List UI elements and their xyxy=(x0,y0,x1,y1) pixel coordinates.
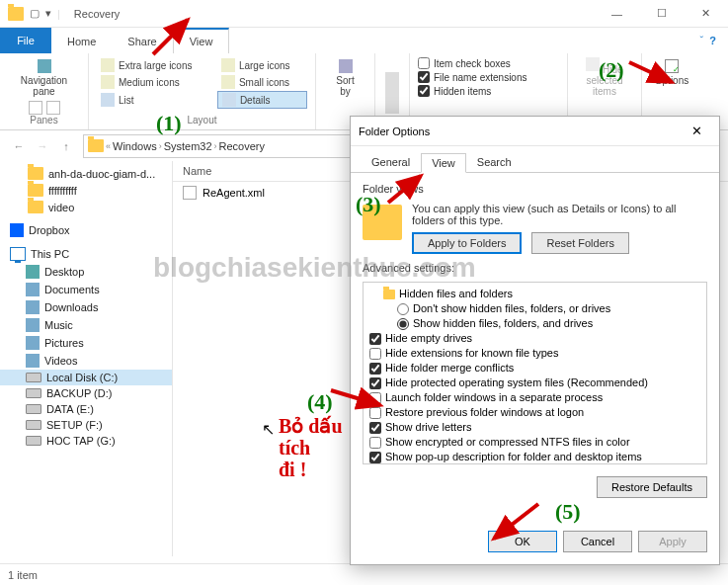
app-icon xyxy=(8,7,24,21)
crumb-windows[interactable]: Windows xyxy=(113,140,157,152)
tree-local-disk-c[interactable]: Local Disk (C:) xyxy=(0,370,172,385)
tree-item[interactable]: video xyxy=(0,199,172,215)
group-by-icon[interactable] xyxy=(385,72,399,86)
watermark: blogchiasekienthuc.com xyxy=(153,252,476,284)
tab-file[interactable]: File xyxy=(0,28,51,53)
back-button[interactable]: ← xyxy=(8,135,30,157)
tree-this-pc[interactable]: This PC xyxy=(0,245,172,263)
item-count: 1 item xyxy=(8,569,38,581)
size-columns-icon[interactable] xyxy=(385,100,399,114)
tree-music[interactable]: Music xyxy=(0,316,172,334)
tree-downloads[interactable]: Downloads xyxy=(0,298,172,316)
dialog-tab-general[interactable]: General xyxy=(361,152,421,172)
annotation-3: (3) xyxy=(356,192,381,217)
folder-views-label: Folder views xyxy=(363,183,707,195)
tree-backup-d[interactable]: BACKUP (D:) xyxy=(0,385,172,401)
layout-small-icons[interactable]: Small icons xyxy=(217,74,307,90)
annotation-4: (4) xyxy=(307,389,333,415)
tree-videos[interactable]: Videos xyxy=(0,352,172,370)
hidden-items-toggle[interactable]: Hidden items xyxy=(418,85,559,97)
layout-details[interactable]: Details xyxy=(217,91,307,109)
maximize-button[interactable]: ☐ xyxy=(639,0,684,28)
minimize-button[interactable]: — xyxy=(595,0,639,28)
tree-documents[interactable]: Documents xyxy=(0,281,172,298)
adv-hide-ext[interactable]: Hide extensions for known file types xyxy=(369,346,700,361)
adv-show-enc[interactable]: Show encrypted or compressed NTFS files … xyxy=(369,435,700,450)
tree-item[interactable]: ffffffffff xyxy=(0,182,172,199)
window-title: Recovery xyxy=(74,8,120,20)
tab-view[interactable]: View xyxy=(173,28,230,53)
dialog-title: Folder Options xyxy=(359,125,430,137)
ok-button[interactable]: OK xyxy=(488,531,557,552)
layout-group-label: Layout xyxy=(97,115,307,127)
adv-show-hidden[interactable]: Show hidden files, folders, and drives xyxy=(369,316,700,331)
cancel-button[interactable]: Cancel xyxy=(563,531,632,552)
tree-pictures[interactable]: Pictures xyxy=(0,334,172,352)
annotation-red-text: Bỏ dấu tích đi ! xyxy=(279,415,343,480)
dialog-tab-search[interactable]: Search xyxy=(466,152,523,172)
reset-folders-button[interactable]: Reset Folders xyxy=(531,232,628,254)
file-extensions-toggle[interactable]: File name extensions xyxy=(418,71,559,83)
crumb-recovery[interactable]: Recovery xyxy=(219,140,265,152)
item-checkboxes-toggle[interactable]: Item check boxes xyxy=(418,57,559,69)
titlebar: ▢ ▾ | Recovery — ☐ ✕ xyxy=(0,0,728,28)
folder-views-text: You can apply this view (such as Details… xyxy=(412,203,707,226)
help-icon[interactable]: ? xyxy=(709,35,716,46)
tree-desktop[interactable]: Desktop xyxy=(0,263,172,281)
tab-share[interactable]: Share xyxy=(112,28,172,53)
adv-hide-empty[interactable]: Hide empty drives xyxy=(369,331,700,346)
adv-hidden-group: Hidden files and folders xyxy=(369,287,700,301)
close-button[interactable]: ✕ xyxy=(684,0,728,28)
cursor-icon: ↖ xyxy=(262,420,275,439)
folder-icon xyxy=(88,139,104,152)
annotation-2: (2) xyxy=(599,57,624,83)
tree-data-e[interactable]: DATA (E:) xyxy=(0,401,172,417)
layout-extra-large-icons[interactable]: Extra large icons xyxy=(97,57,209,73)
adv-restore-prev[interactable]: Restore previous folder windows at logon xyxy=(369,405,700,420)
sort-by-button[interactable]: Sort by xyxy=(324,57,366,99)
apply-to-folders-button[interactable]: Apply to Folders xyxy=(412,232,522,254)
pc-icon xyxy=(10,247,26,261)
adv-launch-sep[interactable]: Launch folder windows in a separate proc… xyxy=(369,390,700,405)
tree-hoctap-g[interactable]: HOC TAP (G:) xyxy=(0,433,172,449)
tree-dropbox[interactable]: Dropbox xyxy=(0,221,172,239)
file-name: ReAgent.xml xyxy=(202,187,265,199)
nav-tree: anh-da-duoc-giam-d... ffffffffff video D… xyxy=(0,161,173,556)
xml-file-icon xyxy=(183,186,197,200)
adv-show-drive[interactable]: Show drive letters xyxy=(369,420,700,435)
adv-hide-merge[interactable]: Hide folder merge conflicts xyxy=(369,361,700,376)
adv-hide-protected[interactable]: Hide protected operating system files (R… xyxy=(369,376,700,390)
columns-icon[interactable] xyxy=(385,86,399,100)
forward-button[interactable]: → xyxy=(32,135,53,157)
layout-medium-icons[interactable]: Medium icons xyxy=(97,74,209,90)
details-pane-icon[interactable] xyxy=(46,101,60,115)
crumb-system32[interactable]: System32 xyxy=(164,140,212,152)
preview-pane-icon[interactable] xyxy=(29,101,42,115)
apply-button[interactable]: Apply xyxy=(638,531,707,552)
restore-defaults-button[interactable]: Restore Defaults xyxy=(597,476,707,498)
up-button[interactable]: ↑ xyxy=(55,135,77,157)
ribbon-collapse-icon[interactable]: ˇ xyxy=(700,35,704,46)
dialog-close-button[interactable]: ✕ xyxy=(682,124,711,138)
tree-setup-f[interactable]: SETUP (F:) xyxy=(0,417,172,433)
panes-group-label: Panes xyxy=(8,115,80,127)
layout-list[interactable]: List xyxy=(97,91,209,109)
navigation-pane-button[interactable]: Navigation pane xyxy=(8,57,80,99)
status-bar: 1 item xyxy=(0,563,728,585)
annotation-5: (5) xyxy=(555,499,581,525)
folder-options-dialog: Folder Options ✕ General View Search Fol… xyxy=(350,116,720,565)
ribbon-tabs: File Home Share View ˇ ? xyxy=(0,28,728,53)
annotation-1: (1) xyxy=(156,111,182,136)
dropbox-icon xyxy=(10,223,24,237)
dialog-tab-view[interactable]: View xyxy=(421,153,466,173)
options-button[interactable]: ✓ Options xyxy=(651,57,692,88)
layout-large-icons[interactable]: Large icons xyxy=(217,57,307,73)
advanced-settings-list[interactable]: Hidden files and folders Don't show hidd… xyxy=(363,282,707,464)
adv-show-popup[interactable]: Show pop-up description for folder and d… xyxy=(369,450,700,464)
adv-dont-show-hidden[interactable]: Don't show hidden files, folders, or dri… xyxy=(369,301,700,316)
tree-item[interactable]: anh-da-duoc-giam-d... xyxy=(0,165,172,182)
tab-home[interactable]: Home xyxy=(51,28,112,53)
